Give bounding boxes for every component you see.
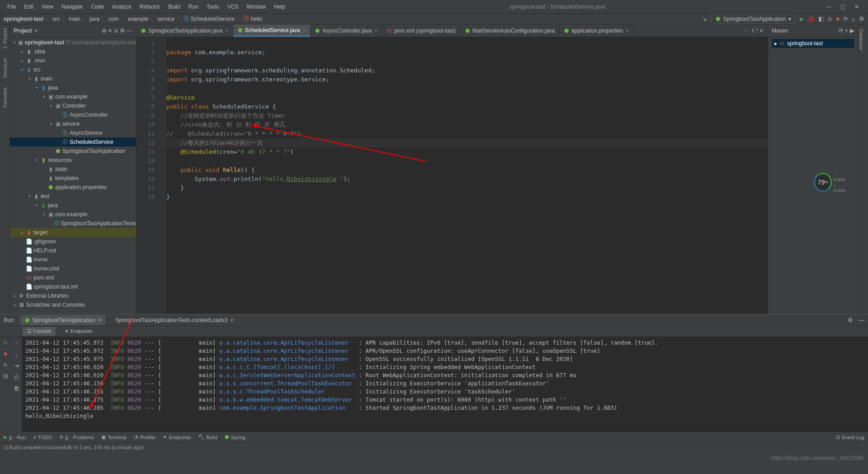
vcs-update-icon[interactable]: ⟳	[843, 15, 848, 22]
toolbar: ↘ ⬢ SpringbootTastApplication ▾ ▶ 🐞 ◧ ⊙ …	[702, 14, 864, 24]
run-panel: Run: ⬢SpringbootTastApplication× Springb…	[0, 314, 868, 431]
problems-tool-button[interactable]: ⊘ 6: Problems	[59, 434, 94, 440]
console-output[interactable]: 2021-04-12 17:45:45.972 INFO 8620 --- [ …	[22, 337, 868, 431]
maven-title: Maven	[772, 28, 788, 34]
project-panel-title: Project	[14, 28, 32, 34]
menu-run[interactable]: Run	[185, 2, 202, 12]
close-icon[interactable]: ✕	[854, 4, 859, 10]
print-icon[interactable]: ⎙	[14, 374, 18, 380]
run-tab-tests[interactable]: SpringbootTastApplicationTests.contextLo…	[111, 315, 238, 325]
watermark: https://blog.csdn.net/weixin_48412846	[771, 455, 863, 461]
run-gear-icon[interactable]: ⚙	[848, 317, 853, 323]
maven-project-item[interactable]: ▸mspringboot-tast	[772, 39, 854, 48]
menu-analyze[interactable]: Analyze	[108, 2, 135, 12]
event-log-button[interactable]: ⊡ Event Log	[836, 434, 864, 440]
down-icon[interactable]: ↓	[15, 351, 18, 358]
run-maven-icon[interactable]: ▶	[850, 27, 854, 34]
build-icon[interactable]: ↘	[702, 15, 707, 22]
favorites-tool-button[interactable]: Favorites	[2, 87, 8, 108]
navigation-bar: springboot-tast〉 src〉 main〉 java〉 com〉 e…	[0, 14, 868, 24]
crumb-class[interactable]: ⓒ	[184, 15, 189, 23]
tab-props[interactable]: ⬢application.properties×	[560, 24, 634, 37]
reload-icon[interactable]: ⟳	[839, 27, 844, 34]
project-tree[interactable]: ▾▣springboot-tast D:\workspace\springboo…	[10, 37, 136, 314]
spring-icon: ⬢	[716, 16, 720, 22]
bottom-tool-bar: ▶4: Run ≡ TODO ⊘ 6: Problems ▣ Terminal …	[0, 431, 868, 442]
crumb-project[interactable]: springboot-tast	[4, 16, 43, 22]
project-tool-button[interactable]: 1: Project	[2, 28, 8, 49]
crumb-method-icon: ⓜ	[244, 15, 249, 23]
tab-async[interactable]: ⬢AsyncController.java×	[311, 24, 382, 37]
menu-build[interactable]: Build	[165, 2, 184, 12]
todo-tool-button[interactable]: ≡ TODO	[33, 435, 52, 440]
tab-pom[interactable]: mpom.xml (springboot-tast)	[382, 24, 461, 37]
select-opened-icon[interactable]: ⊕	[102, 27, 107, 34]
code-editor[interactable]: 123456789101112131415161718 package com.…	[137, 37, 768, 314]
run-button[interactable]: ▶	[800, 16, 804, 22]
wrap-icon[interactable]: ⇥	[14, 362, 19, 369]
maximize-icon[interactable]: ▢	[840, 4, 845, 10]
crumb-src[interactable]: src	[52, 16, 60, 22]
run-tab-app[interactable]: ⬢SpringbootTastApplication×	[20, 315, 105, 325]
menu-code[interactable]: Code	[87, 2, 108, 12]
crumb-example[interactable]: example	[128, 16, 148, 22]
menu-file[interactable]: File	[4, 2, 19, 12]
trash-icon[interactable]: 🗑	[14, 385, 19, 392]
minimize-icon[interactable]: —	[826, 4, 831, 10]
exit-button[interactable]: ⎋	[4, 361, 7, 368]
crumb-method[interactable]: hello	[251, 16, 262, 22]
collapse-icon[interactable]: ⇲	[113, 27, 118, 34]
structure-tool-button[interactable]: Structure	[2, 58, 8, 78]
breadcrumbs: springboot-tast〉 src〉 main〉 java〉 com〉 e…	[4, 15, 262, 23]
menu-tools[interactable]: Tools	[203, 2, 223, 12]
tab-app[interactable]: ⬢SpringbootTastApplication.java×	[137, 24, 233, 37]
crumb-java[interactable]: java	[90, 16, 99, 22]
menu-vcs[interactable]: VCS	[224, 2, 242, 12]
tab-mailsender[interactable]: ⬢MailSenderAutoConfiguration.java	[461, 24, 560, 37]
add-icon[interactable]: +	[845, 27, 849, 34]
hide-icon[interactable]: —	[127, 27, 132, 34]
profiler-tool-button[interactable]: ◔ Profiler	[134, 434, 156, 440]
build-tool-button[interactable]: 🔨 Build	[198, 434, 217, 440]
crumb-main[interactable]: main	[69, 16, 80, 22]
menu-view[interactable]: View	[38, 2, 57, 12]
gear-icon[interactable]: ⚙	[120, 27, 125, 34]
menu-refactor[interactable]: Refactor	[136, 2, 164, 12]
spring-tool-button[interactable]: ⬢ Spring	[225, 434, 245, 440]
debug-button[interactable]: 🐞	[807, 15, 815, 22]
line-gutter: 123456789101112131415161718	[137, 37, 158, 314]
tab-scheduled[interactable]: ⬢ScheduledService.java×	[233, 24, 311, 37]
endpoints-tab[interactable]: ✦ Endpoints	[60, 327, 97, 336]
menu-window[interactable]: Window	[243, 2, 269, 12]
terminal-tool-button[interactable]: ▣ Terminal	[101, 434, 127, 440]
menu-help[interactable]: Help	[270, 2, 289, 12]
run-toolbar: ↻ ■ ⎋ ⊟	[0, 337, 11, 431]
endpoints-tool-button[interactable]: ✦ Endpoints	[163, 434, 191, 440]
dump-button[interactable]: ⊟	[3, 373, 8, 379]
run-label: Run:	[4, 317, 15, 323]
rerun-button[interactable]: ↻	[3, 340, 8, 346]
console-tab[interactable]: ☰ Console	[23, 327, 56, 336]
settings-icon[interactable]: ⚙	[859, 15, 864, 22]
run-hide-icon[interactable]: —	[859, 317, 864, 323]
right-tool-strip: Database	[858, 24, 868, 314]
stop-run-button[interactable]: ■	[4, 351, 7, 357]
menu-navigate[interactable]: Navigate	[58, 2, 86, 12]
inspection-badge[interactable]: 1 ^ ∨	[752, 28, 763, 33]
run-config-selector[interactable]: ⬢ SpringbootTastApplication ▾	[711, 14, 796, 24]
left-tool-strip: 1: Project Structure Favorites	[0, 24, 10, 314]
search-icon[interactable]: ⌕	[852, 15, 855, 22]
tree-selected-file[interactable]: ⓒScheduledService	[10, 137, 136, 147]
run-tool-button[interactable]: ▶4: Run	[4, 434, 26, 440]
stop-button[interactable]: ■	[836, 15, 840, 22]
crumb-service[interactable]: service	[157, 16, 175, 22]
crumb-com[interactable]: com	[108, 16, 119, 22]
database-tool-button[interactable]: Database	[859, 24, 864, 50]
up-icon[interactable]: ↑	[15, 340, 18, 346]
coverage-button[interactable]: ◧	[818, 15, 824, 22]
expand-all-icon[interactable]: ≡	[108, 27, 112, 34]
chevron-down-icon: ▾	[788, 16, 791, 22]
menu-edit[interactable]: Edit	[20, 2, 37, 12]
status-bar: ⊡ Build completed successfully in 1 sec,…	[0, 442, 868, 452]
profile-button[interactable]: ⊙	[827, 15, 832, 22]
